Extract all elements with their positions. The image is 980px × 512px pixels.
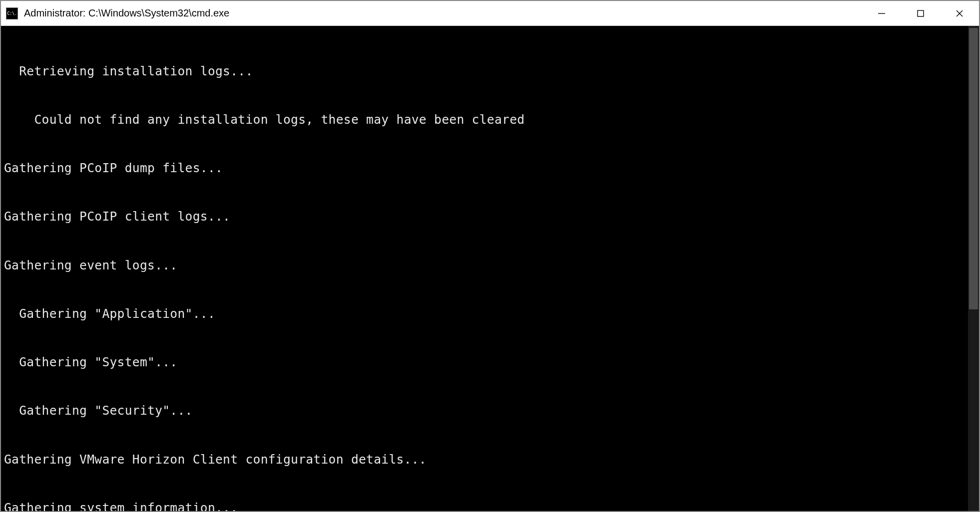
- maximize-icon: [917, 9, 925, 17]
- scroll-thumb[interactable]: [969, 28, 978, 309]
- output-line: Gathering event logs...: [4, 257, 977, 273]
- minimize-icon: [878, 9, 886, 17]
- output-line: Gathering PCoIP client logs...: [4, 209, 977, 225]
- output-line: Gathering "System"...: [4, 354, 977, 370]
- cmd-window: C:\. Administrator: C:\Windows\System32\…: [0, 0, 980, 512]
- minimize-button[interactable]: [862, 1, 901, 25]
- svg-rect-1: [918, 10, 924, 16]
- window-title: Administrator: C:\Windows\System32\cmd.e…: [24, 7, 862, 19]
- output-line: Gathering "Security"...: [4, 403, 977, 419]
- vertical-scrollbar[interactable]: [968, 26, 979, 511]
- cmd-icon: C:\.: [6, 7, 18, 19]
- output-line: Gathering PCoIP dump files...: [4, 160, 977, 176]
- output-line: Gathering VMware Horizon Client configur…: [4, 452, 977, 468]
- output-line: Retrieving installation logs...: [4, 63, 977, 79]
- output-line: Gathering "Application"...: [4, 306, 977, 322]
- window-controls: [862, 1, 979, 25]
- titlebar[interactable]: C:\. Administrator: C:\Windows\System32\…: [1, 1, 979, 26]
- maximize-button[interactable]: [901, 1, 940, 25]
- close-button[interactable]: [940, 1, 979, 25]
- close-icon: [956, 9, 964, 17]
- terminal-output: Retrieving installation logs... Could no…: [4, 31, 977, 511]
- terminal-client-area[interactable]: Retrieving installation logs... Could no…: [1, 26, 979, 511]
- output-line: Gathering system information...: [4, 500, 977, 511]
- output-line: Could not find any installation logs, th…: [4, 112, 977, 128]
